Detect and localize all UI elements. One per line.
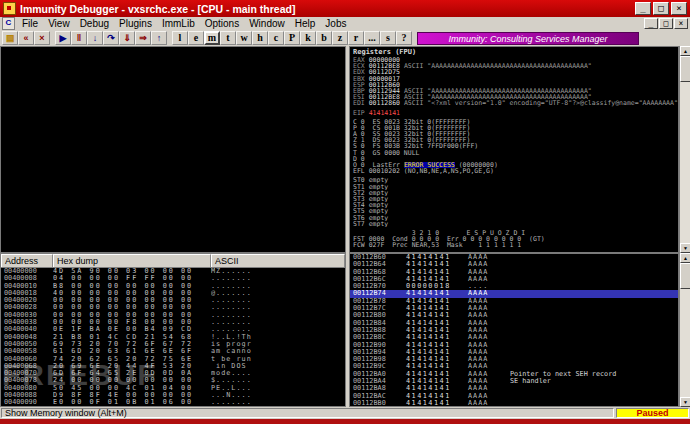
stack-row[interactable]: 00112B7000000018.... bbox=[350, 283, 678, 290]
toolbar-letter-button-9[interactable]: b bbox=[316, 31, 332, 45]
trace-into-button[interactable]: ⇓ bbox=[119, 31, 135, 45]
toolbar-letter-button-6[interactable]: c bbox=[268, 31, 284, 45]
dump-ascii: MZ...... bbox=[211, 268, 345, 275]
scroll-up-icon[interactable]: ▲ bbox=[680, 46, 690, 56]
stack-row[interactable]: 00112B7841414141AAAA bbox=[350, 298, 678, 305]
dump-row[interactable]: 00400088D9 8F 8F 4E 00 00 00 00...N.... bbox=[1, 392, 345, 399]
dump-row[interactable]: 004000004D 5A 90 00 03 00 00 00MZ...... bbox=[1, 268, 345, 275]
menu-item-debug[interactable]: Debug bbox=[75, 17, 114, 30]
stack-row[interactable]: 00112BA041414141AAAAPointer to next SEH … bbox=[350, 371, 678, 378]
child-restore-button[interactable]: □ bbox=[659, 18, 673, 29]
run-button[interactable]: ▶ bbox=[55, 31, 71, 45]
open-file-button[interactable]: ▤ bbox=[2, 31, 18, 45]
stack-pane[interactable]: 00112B6041414141AAAA00112B6441414141AAAA… bbox=[349, 253, 679, 407]
dump-row[interactable]: 0040006074 20 62 65 20 72 75 6Et be run bbox=[1, 356, 345, 363]
step-into-button[interactable]: ↓ bbox=[87, 31, 103, 45]
close-button[interactable]: × bbox=[671, 2, 687, 15]
toolbar-letter-button-8[interactable]: k bbox=[300, 31, 316, 45]
restart-button[interactable]: « bbox=[18, 31, 34, 45]
dump-row[interactable]: 0040005861 6D 20 63 61 6E 6E 6Fam canno bbox=[1, 348, 345, 355]
execute-till-return-button[interactable]: ↑ bbox=[151, 31, 167, 45]
stack-row[interactable]: 00112B8041414141AAAA bbox=[350, 312, 678, 319]
dump-row[interactable]: 0040001840 00 00 00 00 00 00 00@....... bbox=[1, 290, 345, 297]
register-row-edi[interactable]: EDI 00112860 ASCII "<?xml version="1.0" … bbox=[350, 100, 678, 106]
dump-row[interactable]: 0040005069 73 20 70 72 6F 67 72is progr bbox=[1, 341, 345, 348]
disassembly-pane[interactable] bbox=[0, 46, 346, 253]
stack-annotation bbox=[510, 305, 678, 312]
stack-row[interactable]: 00112BA841414141AAAA bbox=[350, 385, 678, 392]
toolbar-letter-button-3[interactable]: t bbox=[220, 31, 236, 45]
stack-row[interactable]: 00112B9841414141AAAA bbox=[350, 356, 678, 363]
dump-row[interactable]: 0040004821 B8 01 4C CD 21 54 68!..L.!Th bbox=[1, 334, 345, 341]
cpu-window-icon[interactable]: C bbox=[2, 17, 15, 30]
toolbar-letter-button-14[interactable]: ? bbox=[396, 31, 412, 45]
stack-row[interactable]: 00112B9441414141AAAA bbox=[350, 349, 678, 356]
child-close-button[interactable]: × bbox=[674, 18, 688, 29]
stack-row[interactable]: 00112B7C41414141AAAA bbox=[350, 305, 678, 312]
dump-row[interactable]: 00400090E0 00 0F 01 0B 01 06 00........ bbox=[1, 399, 345, 406]
stack-row[interactable]: 00112B8841414141AAAA bbox=[350, 327, 678, 334]
stack-row[interactable]: 00112B7441414141AAAA bbox=[350, 290, 678, 297]
dump-row[interactable]: 0040007824 00 00 00 00 00 00 00$....... bbox=[1, 377, 345, 384]
toolbar-letter-button-4[interactable]: w bbox=[236, 31, 252, 45]
stack-row[interactable]: 00112B8C41414141AAAA bbox=[350, 334, 678, 341]
dump-row[interactable]: 0040003000 00 00 00 00 00 00 00........ bbox=[1, 312, 345, 319]
scrollbar-thumb[interactable] bbox=[680, 263, 690, 289]
toolbar-letter-button-0[interactable]: l bbox=[172, 31, 188, 45]
app-icon[interactable] bbox=[3, 2, 16, 15]
scroll-up-icon[interactable]: ▲ bbox=[680, 253, 690, 263]
stack-row[interactable]: 00112B6C41414141AAAA bbox=[350, 276, 678, 283]
dump-row[interactable]: 0040006820 69 6E 20 44 4F 53 20 in DOS bbox=[1, 363, 345, 370]
pause-button[interactable]: ‖ bbox=[71, 31, 87, 45]
memory-dump-pane[interactable]: Address Hex dump ASCII 004000004D 5A 90 … bbox=[0, 253, 346, 407]
menu-item-window[interactable]: Window bbox=[244, 17, 290, 30]
step-over-button[interactable]: ↷ bbox=[103, 31, 119, 45]
dump-row[interactable]: 004000400E 1F BA 0E 00 B4 09 CD........ bbox=[1, 326, 345, 333]
child-minimize-button[interactable]: _ bbox=[644, 18, 658, 29]
close-program-button[interactable]: × bbox=[34, 31, 50, 45]
scroll-down-icon[interactable]: ▼ bbox=[680, 397, 690, 407]
dump-address: 00400020 bbox=[1, 297, 53, 304]
toolbar-letter-button-7[interactable]: P bbox=[284, 31, 300, 45]
scrollbar-thumb[interactable] bbox=[680, 56, 690, 82]
stack-row[interactable]: 00112BA441414141AAAASE handler bbox=[350, 378, 678, 385]
stack-scrollbar[interactable]: ▲ ▼ bbox=[679, 253, 690, 407]
menu-item-jobs[interactable]: Jobs bbox=[320, 17, 351, 30]
toolbar-letter-button-2[interactable]: m bbox=[204, 31, 220, 45]
dump-hex: B8 00 00 00 00 00 00 00 bbox=[53, 283, 211, 290]
stack-row[interactable]: 00112B6441414141AAAA bbox=[350, 261, 678, 268]
dump-row[interactable]: 0040000804 00 00 00 FF FF 00 00........ bbox=[1, 275, 345, 282]
dump-row[interactable]: 004000706D 6F 64 65 2E 0D 0D 0Amode.... bbox=[1, 370, 345, 377]
stack-row[interactable]: 00112B6041414141AAAA bbox=[350, 254, 678, 261]
menu-item-options[interactable]: Options bbox=[200, 17, 244, 30]
toolbar-letter-button-13[interactable]: s bbox=[380, 31, 396, 45]
menu-item-file[interactable]: File bbox=[17, 17, 43, 30]
menu-item-view[interactable]: View bbox=[43, 17, 75, 30]
dump-row[interactable]: 0040002800 00 00 00 00 00 00 00........ bbox=[1, 304, 345, 311]
scroll-down-icon[interactable]: ▼ bbox=[680, 243, 690, 253]
stack-address: 00112B88 bbox=[350, 327, 406, 334]
stack-row[interactable]: 00112B9C41414141AAAA bbox=[350, 363, 678, 370]
dump-row[interactable]: 0040003800 00 00 00 F8 00 00 00........ bbox=[1, 319, 345, 326]
registers-pane[interactable]: Registers (FPU) EAX 00000000ECX 00112BE8… bbox=[349, 46, 679, 253]
menu-item-plugins[interactable]: Plugins bbox=[114, 17, 157, 30]
maximize-button[interactable]: □ bbox=[653, 2, 669, 15]
trace-over-button[interactable]: ⇒ bbox=[135, 31, 151, 45]
toolbar-letter-button-10[interactable]: z bbox=[332, 31, 348, 45]
toolbar-letter-button-5[interactable]: h bbox=[252, 31, 268, 45]
dump-row[interactable]: 00400010B8 00 00 00 00 00 00 00........ bbox=[1, 283, 345, 290]
registers-scrollbar[interactable]: ▲ ▼ bbox=[679, 46, 690, 253]
minimize-button[interactable]: _ bbox=[635, 2, 651, 15]
dump-row[interactable]: 0040008050 45 00 00 4C 01 04 00PE..L... bbox=[1, 385, 345, 392]
menu-item-help[interactable]: Help bbox=[290, 17, 321, 30]
toolbar-letter-button-11[interactable]: r bbox=[348, 31, 364, 45]
toolbar-letter-button-1[interactable]: e bbox=[188, 31, 204, 45]
stack-row[interactable]: 00112B9041414141AAAA bbox=[350, 342, 678, 349]
menu-item-immlib[interactable]: ImmLib bbox=[157, 17, 200, 30]
stack-row[interactable]: 00112BAC41414141AAAA bbox=[350, 393, 678, 400]
toolbar-letter-button-12[interactable]: ... bbox=[364, 31, 380, 45]
stack-row[interactable]: 00112B6841414141AAAA bbox=[350, 269, 678, 276]
stack-row[interactable]: 00112BB041414141AAAA bbox=[350, 400, 678, 407]
dump-row[interactable]: 0040002000 00 00 00 00 00 00 00........ bbox=[1, 297, 345, 304]
stack-row[interactable]: 00112B8441414141AAAA bbox=[350, 320, 678, 327]
